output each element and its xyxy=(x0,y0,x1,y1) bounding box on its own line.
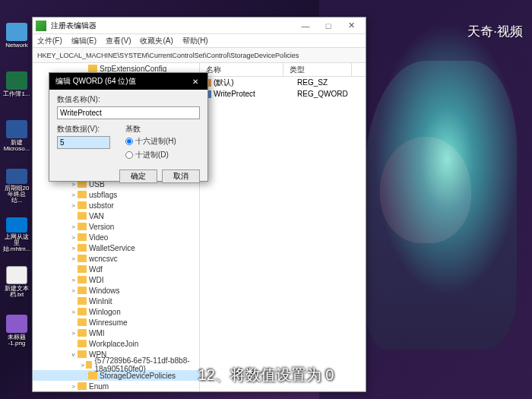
value-list: 名称 类型 (默认)REG_SZWriteProtectREG_QWORD xyxy=(200,63,366,391)
desktop-icon[interactable]: 后期组20 年终总结... xyxy=(3,169,30,204)
radio-dec[interactable] xyxy=(125,151,133,159)
tree-item[interactable]: WinInit xyxy=(33,296,199,306)
dialog-title: 编辑 QWORD (64 位)值 xyxy=(55,76,136,87)
close-icon[interactable]: ✕ xyxy=(189,75,201,87)
tree-item[interactable]: >WDI xyxy=(33,274,199,285)
watermark: 天奇·视频 xyxy=(467,23,523,40)
tree-item[interactable]: Winresume xyxy=(33,317,199,328)
desktop-icon[interactable]: 工作簿1... xyxy=(3,71,30,106)
tree-item[interactable]: >usbflags xyxy=(33,189,199,200)
tree-item[interactable]: StorageDevicePolicies xyxy=(33,370,199,381)
col-name[interactable]: 名称 xyxy=(200,63,283,76)
regedit-icon xyxy=(36,21,46,31)
base-label: 基数 xyxy=(125,124,200,135)
desktop-icon[interactable]: 上网从这里 始.mhtm... xyxy=(3,217,30,252)
desktop-icon[interactable]: 未标题 -1.png xyxy=(3,315,30,350)
value-name-input[interactable] xyxy=(57,106,200,119)
cancel-button[interactable]: 取消 xyxy=(162,169,200,183)
address-bar[interactable]: HKEY_LOCAL_MACHINE\SYSTEM\CurrentControl… xyxy=(33,48,366,63)
minimize-button[interactable]: — xyxy=(294,18,317,33)
tree-item[interactable]: >Version xyxy=(33,221,199,232)
tree-item[interactable]: >Windows xyxy=(33,285,199,296)
tree-item[interactable]: VAN xyxy=(33,211,199,221)
menu-help[interactable]: 帮助(H) xyxy=(182,36,208,46)
tree-item[interactable]: Wdf xyxy=(33,264,199,274)
value-data-input[interactable] xyxy=(57,136,110,149)
tree-item[interactable]: >Winlogon xyxy=(33,306,199,317)
menu-edit[interactable]: 编辑(E) xyxy=(71,36,97,46)
list-row[interactable]: (默认)REG_SZ xyxy=(200,77,366,88)
tree-item[interactable]: >Video xyxy=(33,232,199,242)
desktop-icon[interactable]: 新建文本 档.txt xyxy=(3,266,30,301)
menu-view[interactable]: 查看(V) xyxy=(106,36,131,46)
radio-hex[interactable] xyxy=(125,138,133,145)
desktop-icon[interactable]: 新建 Microso... xyxy=(3,120,30,155)
tree-item[interactable]: >{577289b6-6e75-11df-b8b8-18a905160fe0} xyxy=(33,359,199,370)
tree-item[interactable]: >wcncsvc xyxy=(33,253,199,264)
edit-qword-dialog: 编辑 QWORD (64 位)值 ✕ 数值名称(N): 数值数据(V): 基数 … xyxy=(49,72,208,182)
col-type[interactable]: 类型 xyxy=(283,63,352,76)
window-title: 注册表编辑器 xyxy=(51,21,294,31)
maximize-button[interactable]: □ xyxy=(317,18,340,33)
tree-item[interactable]: >usbstor xyxy=(33,200,199,211)
tree-item[interactable]: >WMI xyxy=(33,328,199,338)
tree-item[interactable]: WorkplaceJoin xyxy=(33,338,199,349)
list-row[interactable]: WriteProtectREG_QWORD xyxy=(200,88,366,100)
tree-item[interactable]: >Enum xyxy=(33,381,199,391)
video-caption: 12、将数值设置为 0 xyxy=(198,365,334,385)
value-name-label: 数值名称(N): xyxy=(57,94,200,105)
desktop-icons: Network 工作簿1... 新建 Microso... 后期组20 年终总结… xyxy=(3,23,35,350)
desktop-icon[interactable]: Network xyxy=(3,23,30,58)
close-button[interactable]: ✕ xyxy=(340,18,363,33)
value-data-label: 数值数据(V): xyxy=(57,124,110,135)
tree-item[interactable]: >WalletService xyxy=(33,242,199,253)
ok-button[interactable]: 确定 xyxy=(119,169,157,183)
menu-favorites[interactable]: 收藏夹(A) xyxy=(140,36,173,46)
menu-file[interactable]: 文件(F) xyxy=(37,36,62,46)
